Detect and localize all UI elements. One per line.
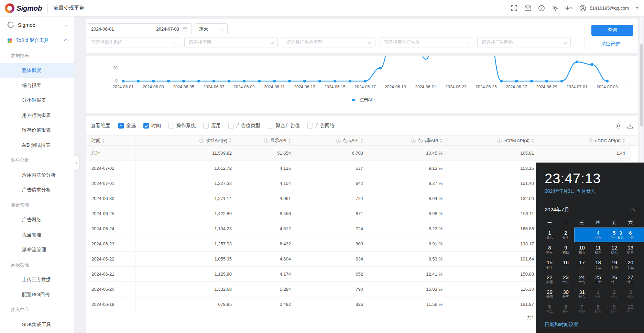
- sidebar-item[interactable]: 整体概况: [0, 63, 74, 78]
- calendar-day[interactable]: 9初六: [606, 301, 622, 316]
- scrollbar-thumb[interactable]: [640, 44, 643, 126]
- user-menu-caret-icon[interactable]: [636, 7, 638, 10]
- sidebar-item-tobid-tool[interactable]: ToBid 聚合工具: [0, 33, 74, 48]
- calendar-day[interactable]: 1廿七: [590, 287, 606, 301]
- checkbox-checked[interactable]: [143, 123, 149, 129]
- calendar-day[interactable]: 27廿二: [622, 272, 638, 287]
- calendar-day[interactable]: 12初七: [606, 242, 622, 257]
- calendar-day[interactable]: 15初十: [542, 257, 558, 272]
- column-header[interactable]: ?点击API: [296, 136, 369, 145]
- mail-icon[interactable]: [524, 5, 531, 12]
- help-icon[interactable]: ?: [497, 138, 502, 143]
- dimension-checkbox[interactable]: 应用: [203, 123, 221, 129]
- column-header[interactable]: ?eCPC API(¥): [539, 136, 631, 145]
- workspace-selector[interactable]: Sigmob: [0, 16, 74, 33]
- avatar-icon[interactable]: [579, 5, 586, 12]
- dimension-checkbox[interactable]: 时间: [143, 123, 161, 129]
- checkbox-indeterminate[interactable]: [118, 123, 124, 129]
- help-icon[interactable]: ?: [411, 138, 416, 143]
- filter-select[interactable]: 请选择广告位类型: [282, 37, 375, 47]
- dimension-checkbox[interactable]: 聚合广告位: [268, 123, 300, 129]
- column-header[interactable]: ?收益API(¥): [135, 136, 237, 145]
- sidebar-item[interactable]: 分小时报表: [0, 93, 74, 108]
- column-header[interactable]: 时间: [86, 136, 135, 145]
- calendar-day[interactable]: 8初五: [590, 301, 606, 316]
- calendar-day[interactable]: 26廿一: [606, 272, 622, 287]
- calendar-day[interactable]: 24十九: [574, 272, 590, 287]
- sort-icon[interactable]: [360, 138, 363, 143]
- checkbox-unchecked[interactable]: [268, 123, 273, 129]
- calendar-day[interactable]: 10初七: [622, 301, 638, 316]
- sidebar-item[interactable]: 用户行为报表: [0, 108, 74, 123]
- calendar-day[interactable]: 18十三: [590, 257, 606, 272]
- calendar-day[interactable]: 6初三: [558, 301, 574, 316]
- granularity-select[interactable]: 按天: [195, 23, 228, 34]
- sidebar-item[interactable]: 应用内竞价分析: [0, 168, 74, 183]
- clear-selected-link[interactable]: 清空已选: [601, 41, 620, 47]
- sidebar-item[interactable]: 流量管理: [0, 227, 74, 243]
- language-icon[interactable]: 中En: [566, 5, 572, 12]
- query-button[interactable]: 查询: [591, 25, 633, 36]
- checkbox-unchecked[interactable]: [203, 123, 209, 129]
- export-icon[interactable]: [626, 122, 633, 129]
- calendar-day[interactable]: 4廿九: [590, 227, 606, 242]
- dimension-checkbox[interactable]: 广告网络: [307, 123, 335, 129]
- help-icon[interactable]: ?: [538, 5, 545, 12]
- datetime-settings-link[interactable]: 日期和时间设置: [545, 322, 644, 328]
- calendar-day[interactable]: 16十一: [558, 257, 574, 272]
- checkbox-unchecked[interactable]: [168, 123, 174, 129]
- calendar-day[interactable]: 9初四: [558, 242, 574, 257]
- sort-icon[interactable]: [622, 138, 625, 143]
- filter-select[interactable]: 请选择广告网络: [477, 37, 571, 47]
- calendar-day[interactable]: 1廿六: [542, 227, 558, 242]
- calendar-day[interactable]: 8初三: [542, 242, 558, 257]
- calendar-day[interactable]: 7立秋: [574, 301, 590, 316]
- calendar-day[interactable]: 30廿五: [558, 287, 574, 301]
- column-header[interactable]: ?点击率API: [369, 136, 448, 145]
- sidebar-item[interactable]: 上传三方数据: [0, 273, 74, 288]
- user-email[interactable]: 51416195@qq.com: [590, 5, 629, 11]
- calendar-month-label[interactable]: 2024年7月: [545, 207, 569, 213]
- sort-icon[interactable]: [229, 138, 232, 143]
- calendar-day[interactable]: 20十五: [622, 257, 638, 272]
- sort-icon[interactable]: [102, 138, 105, 143]
- date-end[interactable]: 2024-07-03: [156, 26, 179, 32]
- dimension-checkbox[interactable]: 操作系统: [168, 123, 196, 129]
- calendar-day[interactable]: 3廿九: [622, 287, 638, 301]
- calendar-day[interactable]: 29廿四: [542, 287, 558, 301]
- calendar-day[interactable]: 13初八: [622, 242, 638, 257]
- date-range-picker[interactable]: 2024-06-01 → 2024-07-03: [87, 23, 192, 34]
- filter-select[interactable]: 请选择应用: [184, 37, 278, 47]
- calendar-day[interactable]: 22大暑: [542, 272, 558, 287]
- sort-icon[interactable]: [440, 138, 443, 143]
- calendar-day[interactable]: 31廿六: [574, 287, 590, 301]
- calendar-day[interactable]: 2廿八: [606, 287, 622, 301]
- calendar-day[interactable]: 5初二: [542, 301, 558, 316]
- calendar-day[interactable]: 23十八: [558, 272, 574, 287]
- filter-select[interactable]: 请选择聚合广告位: [380, 37, 473, 47]
- calendar-day[interactable]: 17十二: [574, 257, 590, 272]
- sidebar-item[interactable]: 广告请求分析: [0, 183, 74, 198]
- calendar-day[interactable]: 11初六: [590, 242, 606, 257]
- calendar-day[interactable]: 25二十: [590, 272, 606, 287]
- dimension-checkbox[interactable]: 广告位类型: [228, 123, 260, 129]
- column-settings-icon[interactable]: [615, 122, 622, 129]
- column-header[interactable]: ?eCPM API(¥): [448, 136, 539, 145]
- chart-legend[interactable]: 点击API: [86, 97, 638, 103]
- help-icon[interactable]: ?: [199, 138, 204, 143]
- help-icon[interactable]: ?: [589, 138, 593, 143]
- sidebar-item[interactable]: 瀑布流管理: [0, 243, 74, 258]
- help-icon[interactable]: ?: [264, 138, 269, 143]
- sidebar-item[interactable]: 配置ROI回传: [0, 287, 74, 302]
- calendar-day[interactable]: 19十四: [606, 257, 622, 272]
- checkbox-unchecked[interactable]: [228, 123, 234, 129]
- gear-icon[interactable]: [552, 5, 559, 12]
- sort-icon[interactable]: [288, 138, 291, 143]
- calendar-day[interactable]: 5三十: [606, 227, 622, 242]
- sidebar-item[interactable]: SDK集成工具: [0, 317, 74, 332]
- calendar-day[interactable]: 2廿七: [558, 227, 574, 242]
- chevron-up-icon[interactable]: [631, 208, 635, 213]
- sidebar-item[interactable]: 综合报表: [0, 78, 74, 93]
- column-header[interactable]: ?展示API: [237, 136, 296, 145]
- sidebar-collapse-handle[interactable]: [74, 155, 79, 170]
